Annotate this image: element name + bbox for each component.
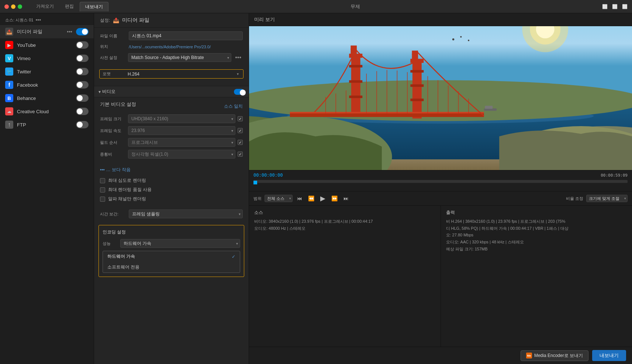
file-name-input[interactable] <box>129 31 243 40</box>
source-info-col: 소스 비디오: 3840x2160 (1.0) | 23.976 fps | 프… <box>249 206 441 347</box>
maximize-button[interactable] <box>18 4 22 9</box>
step-back-button[interactable]: ⏪ <box>307 195 316 202</box>
max-depth-option[interactable]: 최대 심도로 렌더링 <box>100 177 243 184</box>
format-row: 포맷 H.264 ▾ <box>99 69 244 79</box>
tab-edit[interactable]: 편집 <box>60 2 79 11</box>
field-order-row: 필드 순서 프로그레시브 ▾ ✓ <box>100 138 243 147</box>
format-section: 포맷 H.264 ▾ <box>94 69 249 86</box>
media-file-dots[interactable]: ••• <box>67 29 72 35</box>
timeline-track <box>253 180 628 183</box>
encoding-perf-select[interactable]: 하드웨어 가속 <box>120 239 240 248</box>
output-line2: 디 HLG, 58% PQ) | 하드웨어 가속 | 00:00:44:17 |… <box>446 225 627 232</box>
time-interp-select[interactable]: 프레임 샘플링 <box>129 209 243 218</box>
frame-rate-select[interactable]: 23.976 <box>128 126 235 135</box>
encoding-perf-label: 성능 <box>103 241 117 246</box>
twitter-icon: 🐦 <box>5 67 13 76</box>
format-label: 포맷 <box>103 71 125 77</box>
max-depth-checkbox[interactable] <box>100 178 105 183</box>
media-encoder-button[interactable]: Me Media Encoder로 보내기 <box>521 350 588 361</box>
range-select[interactable]: 전체 소스 <box>265 195 293 202</box>
timecode-end: 00:00:59:09 <box>601 173 628 178</box>
video-section-title: ▾ 비디오 <box>99 89 115 95</box>
format-select[interactable]: H.264 <box>128 72 240 77</box>
frame-rate-checkbox[interactable]: ✓ <box>238 128 243 133</box>
creative-cloud-icon: ☁ <box>5 107 13 115</box>
frame-size-select[interactable]: UHD(3840 x 2160) <box>128 114 235 123</box>
minimize-button[interactable] <box>11 4 15 9</box>
ratio-select-wrapper: 크기에 맞게 조절 ▾ <box>586 195 628 202</box>
alpha-channel-option[interactable]: 알파 채널만 렌더링 <box>100 196 243 202</box>
aspect-select[interactable]: 정사각형 픽셀(1.0) <box>128 150 235 159</box>
aspect-checkbox[interactable]: ✓ <box>238 152 243 157</box>
field-order-select[interactable]: 프로그레시브 <box>128 138 235 147</box>
svg-rect-42 <box>485 106 493 109</box>
preset-dots-button[interactable]: ••• <box>234 53 243 62</box>
tab-export[interactable]: 내보내기 <box>80 2 108 11</box>
video-section-header[interactable]: ▾ 비디오 <box>94 86 249 97</box>
sidebar-item-vimeo[interactable]: V Vimeo <box>0 52 94 65</box>
youtube-toggle[interactable] <box>76 41 89 49</box>
svg-rect-16 <box>349 96 362 98</box>
sidebar-item-twitter[interactable]: 🐦 Twitter <box>0 65 94 78</box>
ratio-select[interactable]: 크기에 맞게 조절 <box>586 195 628 202</box>
close-button[interactable] <box>4 4 9 9</box>
vimeo-toggle[interactable] <box>76 55 89 62</box>
frame-size-checkbox[interactable]: ✓ <box>238 116 243 121</box>
sidebar-item-ftp[interactable]: ↑ FTP <box>0 118 94 131</box>
window-icon-2[interactable]: ⬜ <box>612 4 618 9</box>
time-interp-select-wrapper: 프레임 샘플링 ▾ <box>129 209 243 218</box>
preview-header: 미리 보기 <box>249 13 632 26</box>
timeline-playhead[interactable] <box>253 181 257 184</box>
tab-import[interactable]: 가져오기 <box>31 2 59 11</box>
window-title: 무제 <box>111 3 599 10</box>
encoding-perf-row: 성능 하드웨어 가속 ▾ <box>103 239 240 248</box>
dropdown-item-software[interactable]: 소프트웨어 전용 <box>103 262 240 273</box>
more-link[interactable]: ••• … 보다 작음 <box>94 165 249 174</box>
step-forward-button[interactable]: ⏩ <box>330 195 339 202</box>
footer: Me Media Encoder로 보내기 내보내기 <box>249 347 632 364</box>
export-button[interactable]: 내보내기 <box>592 350 626 361</box>
window-icon-1[interactable]: ⬜ <box>602 4 608 9</box>
behance-label: Behance <box>17 96 72 101</box>
media-file-toggle[interactable] <box>76 28 89 35</box>
more-dots-icon: ••• <box>100 167 105 173</box>
encoding-dropdown-menu: 하드웨어 가속 ✓ 소프트웨어 전용 <box>103 251 240 273</box>
ftp-label: FTP <box>17 122 72 128</box>
twitter-toggle[interactable] <box>76 68 89 75</box>
max-quality-checkbox[interactable] <box>100 187 105 193</box>
sidebar-options-button[interactable]: ••• <box>35 17 41 23</box>
timeline-bar-wrapper[interactable] <box>253 180 628 187</box>
facebook-label: Facebook <box>17 82 72 88</box>
sidebar-item-media-file[interactable]: 📤 미디어 파일 ••• <box>0 25 94 38</box>
frame-rate-row: 프레임 속도 23.976 ▾ ✓ <box>100 126 243 135</box>
field-order-checkbox[interactable]: ✓ <box>238 140 243 145</box>
window-icon-3[interactable]: ⬜ <box>622 4 628 9</box>
match-source-button[interactable]: 소스 일치 <box>224 103 243 110</box>
max-quality-option[interactable]: 최대 렌더링 품질 사용 <box>100 187 243 193</box>
output-title: 출력 <box>446 209 627 216</box>
sidebar-item-facebook[interactable]: f Facebook <box>0 78 94 91</box>
behance-toggle[interactable] <box>76 94 89 102</box>
settings-title: 미디어 파일 <box>122 17 149 24</box>
sidebar-item-youtube[interactable]: ▶ YouTube <box>0 38 94 52</box>
hardware-accel-label: 하드웨어 가속 <box>107 253 135 260</box>
alpha-channel-checkbox[interactable] <box>100 197 105 202</box>
creative-cloud-toggle[interactable] <box>76 108 89 115</box>
video-toggle[interactable] <box>234 89 244 95</box>
facebook-toggle[interactable] <box>76 81 89 89</box>
sidebar-item-behance[interactable]: B Behance <box>0 91 94 105</box>
basic-video-settings-title: 기본 비디오 설정 <box>100 101 136 108</box>
svg-point-43 <box>452 38 455 41</box>
encoding-section: 인코딩 설정 성능 하드웨어 가속 ▾ 하드웨어 가속 ✓ 소프트웨어 전용 <box>99 225 244 277</box>
preset-row: 사전 설정 Match Source - Adaptive High Bitra… <box>100 53 243 62</box>
goto-end-button[interactable]: ⏭ <box>342 195 350 202</box>
aspect-label: 종횡비 <box>100 152 126 157</box>
play-button[interactable]: ▶ <box>319 194 327 203</box>
main-layout: 소스: 시퀀스 01 ••• 📤 미디어 파일 ••• ▶ YouTube V … <box>0 13 632 364</box>
sidebar-item-creative-cloud[interactable]: ☁ Creative Cloud <box>0 105 94 118</box>
goto-start-button[interactable]: ⏮ <box>296 195 304 202</box>
location-link[interactable]: /Users/...ocuments/Adobe/Premiere Pro/23… <box>129 45 211 49</box>
ftp-toggle[interactable] <box>76 121 89 128</box>
dropdown-item-hardware[interactable]: 하드웨어 가속 ✓ <box>103 251 240 262</box>
preset-select[interactable]: Match Source - Adaptive High Bitrate <box>128 53 231 62</box>
